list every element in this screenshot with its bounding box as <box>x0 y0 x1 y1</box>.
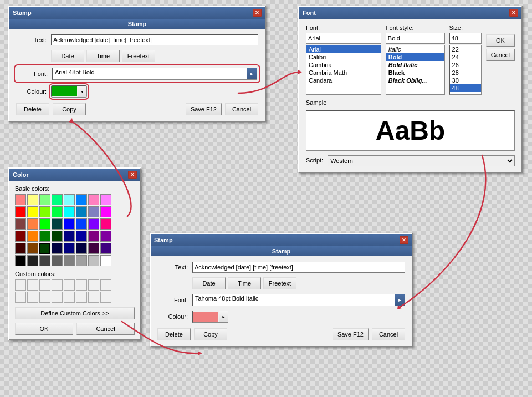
custom-cell[interactable] <box>88 279 99 291</box>
cancel-button-2[interactable]: Cancel <box>372 328 405 340</box>
stamp-dialog-1-close[interactable]: ✕ <box>253 9 262 17</box>
color-cell[interactable] <box>39 255 50 266</box>
color-cell[interactable] <box>88 243 99 254</box>
style-black[interactable]: Black <box>386 69 444 77</box>
color-cell[interactable] <box>52 218 63 230</box>
color-cell[interactable] <box>64 206 75 217</box>
font-combo-arrow-2[interactable]: ► <box>395 294 405 306</box>
delete-button-1[interactable]: Delete <box>16 103 49 115</box>
font-item-cambria[interactable]: Cambria <box>306 61 381 69</box>
color-cell[interactable] <box>88 231 99 242</box>
size-72[interactable]: 72 <box>450 92 481 95</box>
color-cell[interactable] <box>64 218 75 230</box>
color-cell[interactable] <box>52 243 63 254</box>
font-size-input[interactable] <box>449 33 482 44</box>
custom-cell[interactable] <box>39 279 50 291</box>
color-cell[interactable] <box>100 255 111 266</box>
time-button-2[interactable]: Time <box>228 277 261 289</box>
colour-arrow-2[interactable]: ► <box>219 311 228 322</box>
cancel-button-1[interactable]: Cancel <box>225 103 258 115</box>
color-cell[interactable] <box>100 194 111 205</box>
custom-cell[interactable] <box>64 292 75 303</box>
font-size-list[interactable]: 22 24 26 28 30 48 72 <box>449 45 482 95</box>
color-cell[interactable] <box>52 194 63 205</box>
color-cell[interactable] <box>64 231 75 242</box>
style-italic[interactable]: Italic <box>386 45 444 53</box>
color-cell[interactable] <box>15 255 26 266</box>
custom-cell[interactable] <box>27 292 38 303</box>
color-cell[interactable] <box>64 243 75 254</box>
color-cell[interactable] <box>52 231 63 242</box>
color-cell[interactable] <box>100 218 111 230</box>
custom-cell[interactable] <box>52 292 63 303</box>
font-style-input[interactable] <box>386 33 445 44</box>
freetext-button-2[interactable]: Freetext <box>263 277 296 289</box>
color-cell[interactable] <box>100 243 111 254</box>
date-button[interactable]: Date <box>51 50 84 62</box>
size-26[interactable]: 26 <box>450 61 481 69</box>
color-cell[interactable] <box>88 218 99 230</box>
color-dialog-close[interactable]: ✕ <box>128 171 137 179</box>
save-button-1[interactable]: Save F12 <box>186 103 222 115</box>
color-cell[interactable] <box>88 255 99 266</box>
colour-combo[interactable]: ▼ <box>51 85 87 98</box>
save-button-2[interactable]: Save F12 <box>332 328 369 340</box>
style-black-oblique[interactable]: Black Obliq... <box>386 77 444 84</box>
color-cell[interactable] <box>39 231 50 242</box>
delete-button-2[interactable]: Delete <box>157 328 191 340</box>
size-30[interactable]: 30 <box>450 77 481 84</box>
font-item-candara[interactable]: Candara <box>306 77 381 84</box>
custom-cell[interactable] <box>64 279 75 291</box>
stamp-dialog-1-titlebar[interactable]: Stamp ✕ <box>9 7 265 19</box>
style-bold-italic[interactable]: Bold Italic <box>386 61 444 69</box>
color-cell[interactable] <box>52 206 63 217</box>
stamp-dialog-2-titlebar[interactable]: Stamp ✕ <box>151 234 412 246</box>
time-button[interactable]: Time <box>86 50 120 62</box>
color-cell[interactable] <box>76 231 87 242</box>
custom-cell[interactable] <box>100 279 111 291</box>
color-cell[interactable] <box>15 194 26 205</box>
font-dialog-close[interactable]: ✕ <box>509 9 518 17</box>
size-24[interactable]: 24 <box>450 53 481 61</box>
font-dialog-titlebar[interactable]: Font ✕ <box>299 7 521 19</box>
color-cell[interactable] <box>27 255 38 266</box>
copy-button-1[interactable]: Copy <box>53 103 86 115</box>
text-input[interactable] <box>51 34 258 45</box>
color-cell[interactable] <box>27 218 38 230</box>
freetext-button[interactable]: Freetext <box>122 50 155 62</box>
color-cell[interactable] <box>15 243 26 254</box>
color-cell[interactable] <box>27 231 38 242</box>
color-cell[interactable] <box>76 243 87 254</box>
colour-arrow[interactable]: ▼ <box>78 86 86 97</box>
color-cell[interactable] <box>15 206 26 217</box>
font-combo-arrow[interactable]: ► <box>247 68 257 79</box>
script-select[interactable]: Western <box>328 155 515 166</box>
color-cell[interactable] <box>88 194 99 205</box>
color-cell[interactable] <box>76 206 87 217</box>
color-cell[interactable] <box>39 194 50 205</box>
font-combo-2[interactable]: Tahoma 48pt Bold Italic ► <box>192 294 405 306</box>
color-cell[interactable] <box>39 206 50 217</box>
font-cancel-button[interactable]: Cancel <box>486 49 515 61</box>
color-cell[interactable] <box>76 194 87 205</box>
color-cell[interactable] <box>76 255 87 266</box>
custom-cell[interactable] <box>39 292 50 303</box>
text-input-2[interactable] <box>192 262 405 273</box>
color-cell[interactable] <box>27 194 38 205</box>
custom-cell[interactable] <box>52 279 63 291</box>
color-cell[interactable] <box>39 243 50 254</box>
custom-cell[interactable] <box>76 292 87 303</box>
color-cell[interactable] <box>64 255 75 266</box>
color-cell[interactable] <box>15 231 26 242</box>
copy-button-2[interactable]: Copy <box>194 328 227 340</box>
custom-cell[interactable] <box>27 279 38 291</box>
color-cell[interactable] <box>64 194 75 205</box>
color-cell[interactable] <box>27 243 38 254</box>
color-cell[interactable] <box>15 218 26 230</box>
stamp-dialog-2-close[interactable]: ✕ <box>400 236 408 244</box>
font-combo[interactable]: Arial 48pt Bold ► <box>52 68 257 80</box>
define-custom-colors-button[interactable]: Define Custom Colors >> <box>15 307 135 319</box>
font-item-arial[interactable]: Arial <box>306 45 381 53</box>
color-cell[interactable] <box>100 206 111 217</box>
color-dialog-titlebar[interactable]: Color ✕ <box>9 169 140 181</box>
